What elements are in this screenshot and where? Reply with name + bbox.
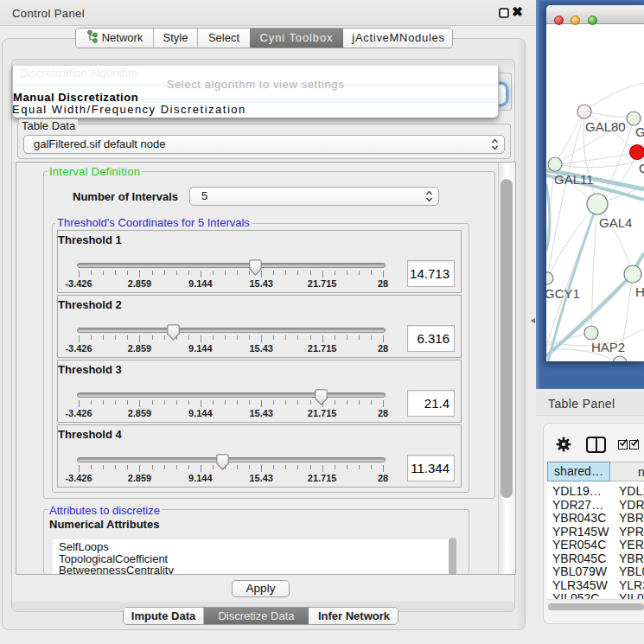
svg-text:G.: G. — [635, 124, 644, 139]
svg-text:GAL4: GAL4 — [599, 215, 632, 230]
svg-text:GCY1: GCY1 — [546, 286, 580, 301]
svg-text:C: C — [639, 161, 644, 175]
svg-text:GAL11: GAL11 — [554, 172, 594, 187]
svg-text:GAL80: GAL80 — [585, 119, 626, 134]
svg-text:H: H — [635, 284, 644, 299]
svg-text:HAP2: HAP2 — [591, 340, 625, 354]
